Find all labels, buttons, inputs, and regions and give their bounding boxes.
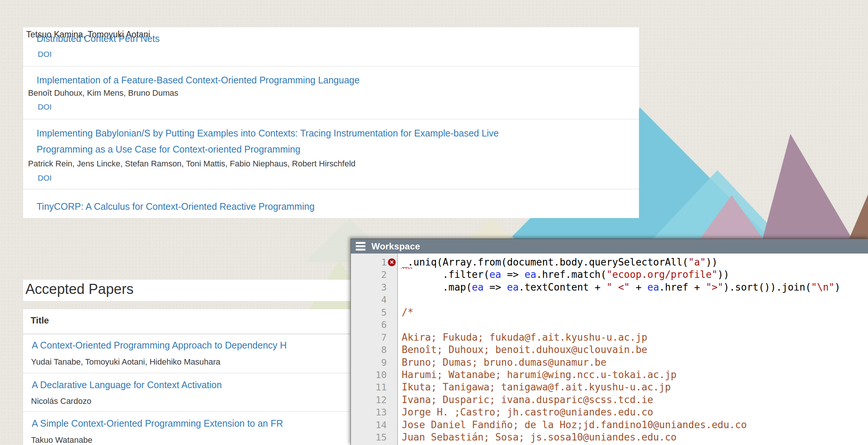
code-text: Ikuta; Tanigawa; tanigawa@f.ait.kyushu-u… bbox=[387, 381, 671, 393]
column-header-title: Title bbox=[31, 315, 49, 326]
code-text: Bruno; Dumas; bruno.dumas@unamur.be bbox=[387, 356, 606, 369]
code-text: /* bbox=[387, 306, 413, 319]
code-line: 10Harumi; Watanabe; harumi@wing.ncc.u-to… bbox=[351, 369, 868, 381]
code-line: 5/* bbox=[351, 306, 868, 319]
line-number: 3 bbox=[351, 281, 387, 294]
line-number: 10 bbox=[351, 369, 387, 381]
paper-authors: Benoît Duhoux, Kim Mens, Bruno Dumas bbox=[28, 88, 178, 98]
code-text: Juan Sebastián; Sosa; js.sosa10@uniandes… bbox=[387, 431, 677, 444]
code-line: 3 .map(ea => ea.textContent + " <" + ea.… bbox=[351, 281, 868, 294]
divider bbox=[23, 119, 639, 119]
code-line: 13Jorge H. ;Castro; jh.castro@uniandes.e… bbox=[351, 406, 868, 418]
code-line: 12Ivana; Dusparic; ivana.dusparic@scss.t… bbox=[351, 394, 868, 406]
code-line: 1✕_.uniq(Array.from(document.body.queryS… bbox=[351, 256, 868, 268]
title-line-1: Implementing Babylonian/S by Putting Exa… bbox=[37, 128, 499, 138]
divider bbox=[23, 66, 639, 67]
hamburger-menu-icon[interactable] bbox=[356, 242, 365, 251]
doi-link[interactable]: DOI bbox=[38, 174, 52, 182]
table-row-authors: Yudai Tanabe, Tomoyuki Aotani, Hidehiko … bbox=[31, 357, 220, 367]
page-title: Accepted Papers bbox=[25, 281, 133, 297]
error-icon[interactable]: ✕ bbox=[388, 258, 396, 266]
code-text: Jose Daniel Fandiño; de la Hoz;jd.fandin… bbox=[387, 419, 747, 431]
code-line: 9Bruno; Dumas; bruno.dumas@unamur.be bbox=[351, 356, 868, 369]
code-text: Harumi; Watanabe; harumi@wing.ncc.u-toka… bbox=[387, 369, 677, 381]
code-text: Jorge H. ;Castro; jh.castro@uniandes.edu… bbox=[387, 406, 653, 418]
table-row-authors: Nicolás Cardozo bbox=[31, 396, 91, 406]
paper-title-link[interactable]: Distributed Context Petri Nets bbox=[37, 31, 160, 47]
line-number: 4 bbox=[351, 294, 387, 306]
line-number: 5 bbox=[351, 306, 387, 319]
line-number: 7 bbox=[351, 331, 387, 344]
code-line: 4 bbox=[351, 294, 868, 306]
divider bbox=[23, 189, 639, 189]
code-line: 15Juan Sebastián; Sosa; js.sosa10@uniand… bbox=[351, 431, 868, 444]
workspace-title: Workspace bbox=[371, 241, 420, 252]
paper-authors: Patrick Rein, Jens Lincke, Stefan Ramson… bbox=[28, 159, 355, 169]
code-line: 11Ikuta; Tanigawa; tanigawa@f.ait.kyushu… bbox=[351, 381, 868, 393]
paper-title-link[interactable]: Implementation of a Feature-Based Contex… bbox=[37, 72, 359, 88]
code-text: Akira; Fukuda; fukuda@f.ait.kyushu-u.ac.… bbox=[387, 331, 647, 344]
bg-triangle-brown bbox=[849, 194, 868, 239]
code-editor[interactable]: 1✕_.uniq(Array.from(document.body.queryS… bbox=[351, 254, 868, 445]
workspace-titlebar[interactable]: Workspace bbox=[351, 239, 868, 254]
paper-title-link[interactable]: TinyCORP: A Calculus for Context-Oriente… bbox=[37, 199, 315, 215]
line-number: 6 bbox=[351, 319, 387, 331]
code-line: 14Jose Daniel Fandiño; de la Hoz;jd.fand… bbox=[351, 419, 868, 431]
table-row-title-link[interactable]: A Simple Context-Oriented Programming Ex… bbox=[32, 418, 283, 429]
doi-link[interactable]: DOI bbox=[38, 50, 52, 59]
title-line-2: Programming as a Use Case for Context-or… bbox=[37, 144, 300, 154]
line-number: 12 bbox=[351, 394, 387, 406]
conference-webpage: Tetsuo Kamina, Tomoyuki Aotani Distribut… bbox=[0, 0, 868, 445]
bg-triangle-mauve bbox=[759, 134, 861, 254]
code-text bbox=[387, 294, 402, 306]
code-text: .map(ea => ea.textContent + " <" + ea.hr… bbox=[387, 281, 840, 294]
code-text: .filter(ea => ea.href.match("ecoop.org/p… bbox=[387, 268, 729, 281]
table-row-title-link[interactable]: A Context-Oriented Programming Approach … bbox=[32, 340, 287, 351]
table-row-title-link[interactable]: A Declarative Language for Context Activ… bbox=[32, 380, 222, 390]
code-line: 7Akira; Fukuda; fukuda@f.ait.kyushu-u.ac… bbox=[351, 331, 868, 344]
line-number: 13 bbox=[351, 406, 387, 418]
paper-title-link[interactable]: Implementing Babylonian/S by Putting Exa… bbox=[37, 125, 620, 157]
doi-link[interactable]: DOI bbox=[38, 102, 52, 111]
line-number: 8 bbox=[351, 344, 387, 356]
code-text: Ivana; Dusparic; ivana.dusparic@scss.tcd… bbox=[387, 394, 653, 406]
paper-list-panel: Tetsuo Kamina, Tomoyuki Aotani Distribut… bbox=[23, 27, 639, 218]
code-line: 8Benoît; Duhoux; benoit.duhoux@uclouvain… bbox=[351, 344, 868, 356]
code-text bbox=[387, 319, 402, 331]
line-number: 14 bbox=[351, 419, 387, 431]
code-text: _.uniq(Array.from(document.body.querySel… bbox=[387, 256, 717, 268]
code-text: Benoît; Duhoux; benoit.duhoux@uclouvain.… bbox=[387, 344, 647, 356]
line-number: 15 bbox=[351, 431, 387, 444]
code-line: 6 bbox=[351, 319, 868, 331]
line-number: 1 bbox=[351, 256, 387, 268]
table-row-authors: Takuo Watanabe bbox=[31, 435, 92, 445]
line-number: 9 bbox=[351, 356, 387, 369]
line-number: 2 bbox=[351, 268, 387, 281]
code-line: 2 .filter(ea => ea.href.match("ecoop.org… bbox=[351, 268, 868, 281]
workspace-window: Workspace 1✕_.uniq(Array.from(document.b… bbox=[350, 239, 868, 445]
line-number: 11 bbox=[351, 381, 387, 393]
